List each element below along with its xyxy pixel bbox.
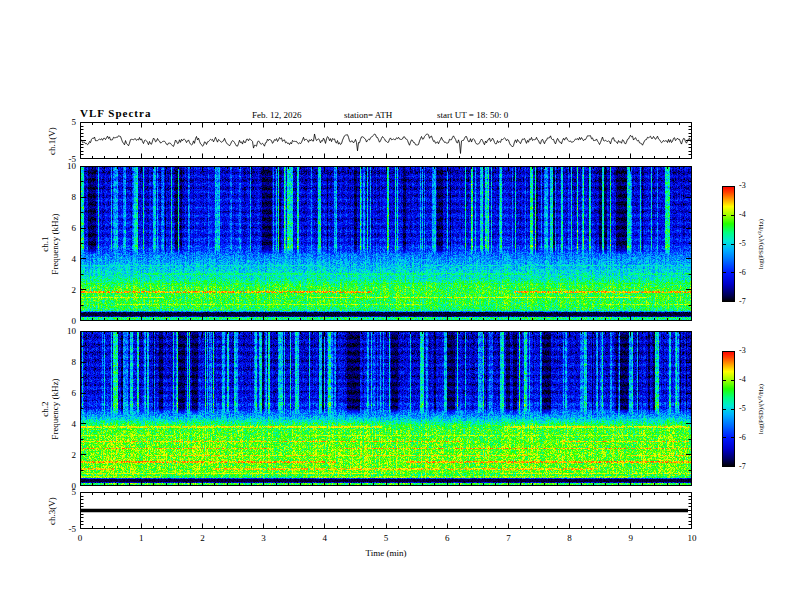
volt-tick-label: -5 [54,524,76,534]
ch2-spec-ylabel-axis: Frequency (kHz) [49,331,59,486]
volt-tick-label: 5 [54,487,76,497]
freq-tick-label: 0 [54,316,76,326]
freq-tick-label: 2 [54,450,76,460]
x-axis-label: Time (min) [346,548,426,558]
colorbar-2-canvas [722,351,735,467]
plot-date: Feb. 12, 2026 [252,110,302,120]
freq-tick-label: 6 [54,388,76,398]
ch1-spec-ylabel: ch.1 Frequency (kHz) [39,166,59,321]
x-tick-label: 6 [437,533,457,543]
colorbar-tick-label: -7 [739,297,757,307]
plot-start-ut: start UT = 18: 50: 0 [437,110,508,120]
x-tick-label: 9 [621,533,641,543]
colorbar-tick-label: -3 [739,181,757,191]
volt-tick-label: 5 [54,117,76,127]
colorbar-tick-label: -4 [739,375,757,385]
freq-tick-label: 4 [54,419,76,429]
freq-tick-label: 8 [54,357,76,367]
vlf-spectra-figure: VLF Spectra Feb. 12, 2026 station= ATH s… [0,0,792,612]
colorbar-1-canvas [722,186,735,302]
x-tick-label: 10 [682,533,702,543]
x-tick-label: 3 [254,533,274,543]
plot-title: VLF Spectra [80,108,151,118]
ch1-spec-ylabel-axis: Frequency (kHz) [49,166,59,321]
colorbar-1-label-text: log(PSD)/(V²/Hz) [756,186,764,303]
freq-tick-label: 2 [54,285,76,295]
colorbar-tick-label: -5 [739,239,757,249]
colorbar-1-label: log(PSD)/(V²/Hz) [756,186,764,303]
ch1-spectrogram-canvas [80,166,692,321]
x-tick-label: 1 [131,533,151,543]
ch3-waveform-canvas [80,492,692,529]
x-tick-label: 5 [376,533,396,543]
colorbar-tick-label: -3 [739,346,757,356]
colorbar-tick-label: -4 [739,210,757,220]
ch1-spec-ylabel-channel: ch.1 [39,166,49,321]
ch2-spec-ylabel-channel: ch.2 [39,331,49,486]
x-tick-label: 7 [498,533,518,543]
plot-station: station= ATH [344,110,392,120]
ch1-waveform-canvas [80,122,692,159]
colorbar-tick-label: -5 [739,404,757,414]
volt-tick-label: -5 [54,154,76,164]
freq-tick-label: 6 [54,223,76,233]
colorbar-tick-label: -6 [739,268,757,278]
freq-tick-label: 10 [54,326,76,336]
colorbar-tick-label: -6 [739,433,757,443]
colorbar-2-label-text: log(PSD)/(V²/Hz) [756,351,764,468]
freq-tick-label: 8 [54,192,76,202]
x-tick-label: 4 [315,533,335,543]
x-tick-label: 2 [192,533,212,543]
ch2-spec-ylabel: ch.2 Frequency (kHz) [39,331,59,486]
colorbar-2-label: log(PSD)/(V²/Hz) [756,351,764,468]
freq-tick-label: 4 [54,254,76,264]
colorbar-tick-label: -7 [739,462,757,472]
ch2-spectrogram-canvas [80,331,692,486]
x-tick-label: 0 [70,533,90,543]
x-tick-label: 8 [560,533,580,543]
